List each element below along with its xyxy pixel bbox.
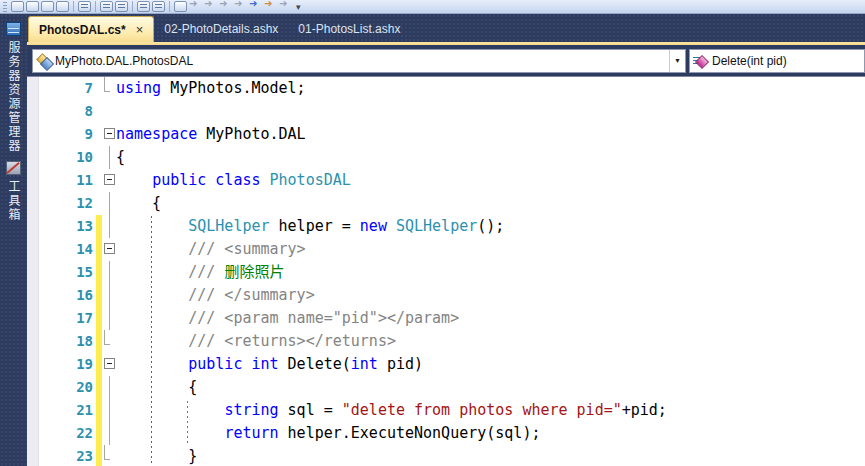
code-token: /// — [188, 263, 224, 281]
code-line-8[interactable]: 8 — [27, 100, 865, 123]
document-tab-bar: PhotosDAL.cs*×02-PhotoDetails.ashx01-Pho… — [0, 14, 865, 42]
code-token — [116, 263, 188, 281]
collapse-icon[interactable] — [104, 243, 115, 254]
code-text: /// </summary> — [116, 284, 315, 307]
next-position-icon[interactable] — [234, 1, 247, 12]
line-number: 10 — [39, 146, 95, 169]
code-line-14[interactable]: 14 /// <summary> — [27, 238, 865, 261]
toolbar-overflow-icon[interactable]: ▾ — [296, 1, 301, 13]
font-color-icon[interactable] — [56, 1, 69, 12]
code-line-7[interactable]: 7using MyPhotos.Model; — [27, 77, 865, 100]
redo-navigate-icon[interactable] — [264, 1, 277, 12]
code-text: { — [116, 192, 161, 215]
code-line-11[interactable]: 11 public class PhotosDAL — [27, 169, 865, 192]
align-bottom-icon[interactable] — [152, 1, 165, 12]
code-token: using — [116, 79, 161, 97]
outline-end-tick — [104, 445, 110, 460]
code-token: { — [116, 378, 197, 396]
server-explorer-icon — [6, 22, 21, 36]
code-line-22[interactable]: 22 return helper.ExecuteNonQuery(sql); — [27, 422, 865, 445]
indent-increase-icon[interactable] — [115, 1, 128, 12]
code-token: return — [224, 424, 278, 442]
add-item-icon[interactable] — [26, 1, 39, 12]
outlining-margin — [102, 100, 116, 123]
code-token — [206, 171, 215, 189]
sidebar-tab-server-explorer[interactable]: 服务器资源管理器 — [0, 14, 27, 153]
tab-01-photoslist-ashx[interactable]: 01-PhotosList.ashx — [288, 16, 410, 42]
tab-label: 02-PhotoDetails.ashx — [164, 22, 278, 36]
outline-line — [109, 376, 110, 399]
outlining-margin — [102, 192, 116, 215]
tab-label: PhotosDAL.cs* — [39, 23, 126, 37]
collapse-icon[interactable] — [104, 358, 115, 369]
line-number: 16 — [39, 284, 95, 307]
table-layout-icon[interactable] — [11, 1, 24, 12]
type-dropdown[interactable]: MyPhoto.DAL.PhotosDAL ▼ — [32, 49, 686, 73]
code-line-20[interactable]: 20 { — [27, 376, 865, 399]
line-list-icon[interactable] — [78, 1, 91, 12]
code-token: sql = — [279, 401, 342, 419]
code-token — [116, 309, 188, 327]
toolbar-separator — [95, 1, 96, 12]
toolbar-grip[interactable] — [3, 2, 7, 12]
code-line-16[interactable]: 16 /// </summary> — [27, 284, 865, 307]
indent-guide-class — [151, 216, 152, 466]
find-symbol-icon[interactable] — [279, 1, 292, 12]
nav-forward-icon[interactable] — [204, 1, 217, 12]
code-line-21[interactable]: 21 string sql = "delete from photos wher… — [27, 399, 865, 422]
visual-studio-window: ▾ PhotosDAL.cs*×02-PhotoDetails.ashx01-P… — [0, 0, 865, 466]
collapse-icon[interactable] — [104, 174, 115, 185]
code-editor[interactable]: 7using MyPhotos.Model;89namespace MyPhot… — [27, 77, 865, 466]
close-icon[interactable]: × — [136, 25, 144, 35]
nav-back-icon[interactable] — [189, 1, 202, 12]
tab-photosdal-cs-[interactable]: PhotosDAL.cs*× — [28, 16, 154, 42]
code-token: public — [152, 171, 206, 189]
code-text: { — [116, 146, 125, 169]
outlining-margin — [102, 399, 116, 422]
code-token: PhotosDAL — [270, 171, 351, 189]
code-line-12[interactable]: 12 { — [27, 192, 865, 215]
code-token — [116, 401, 224, 419]
outlining-margin — [102, 330, 116, 353]
code-line-13[interactable]: 13 SQLHelper helper = new SQLHelper(); — [27, 215, 865, 238]
toolbar-separator — [132, 1, 133, 12]
code-token: { — [116, 148, 125, 166]
sidebar-tab-toolbox[interactable]: 工具箱 — [0, 153, 27, 222]
code-line-10[interactable]: 10{ — [27, 146, 865, 169]
code-line-15[interactable]: 15 /// 删除照片 — [27, 261, 865, 284]
dropdown-arrow-icon[interactable]: ▼ — [669, 50, 685, 72]
textbox-icon[interactable] — [174, 1, 187, 12]
code-token — [116, 355, 188, 373]
line-number: 20 — [39, 376, 95, 399]
tool-window-sidebar: 服务器资源管理器工具箱 — [0, 14, 27, 466]
undo-navigate-icon[interactable] — [249, 1, 262, 12]
code-line-9[interactable]: 9namespace MyPhoto.DAL — [27, 123, 865, 146]
outlining-margin[interactable] — [102, 238, 116, 261]
code-text: /// <returns></returns> — [116, 330, 396, 353]
indent-guide-method — [187, 401, 188, 446]
align-top-icon[interactable] — [137, 1, 150, 12]
code-line-17[interactable]: 17 /// <param name="pid"></param> — [27, 307, 865, 330]
tab-02-photodetails-ashx[interactable]: 02-PhotoDetails.ashx — [154, 16, 288, 42]
code-token — [116, 217, 188, 235]
member-dropdown[interactable]: Delete(int pid) — [689, 49, 865, 73]
outline-line — [109, 422, 110, 445]
code-token: helper.ExecuteNonQuery(sql); — [279, 424, 541, 442]
outlining-margin[interactable] — [102, 353, 116, 376]
code-token: +pid; — [622, 401, 667, 419]
code-token: (); — [477, 217, 504, 235]
code-token — [116, 286, 188, 304]
sidebar-tab-label: 工具箱 — [5, 180, 22, 222]
outlining-margin[interactable] — [102, 123, 116, 146]
outlining-margin[interactable] — [102, 169, 116, 192]
indent-decrease-icon[interactable] — [100, 1, 113, 12]
code-line-18[interactable]: 18 /// <returns></returns> — [27, 330, 865, 353]
prev-position-icon[interactable] — [219, 1, 232, 12]
code-line-23[interactable]: 23 } — [27, 445, 865, 466]
highlight-icon[interactable] — [41, 1, 54, 12]
code-line-19[interactable]: 19 public int Delete(int pid) — [27, 353, 865, 376]
collapse-icon[interactable] — [104, 128, 115, 139]
type-dropdown-value: MyPhoto.DAL.PhotosDAL — [52, 54, 669, 68]
member-dropdown-value: Delete(int pid) — [709, 54, 864, 68]
line-number: 15 — [39, 261, 95, 284]
